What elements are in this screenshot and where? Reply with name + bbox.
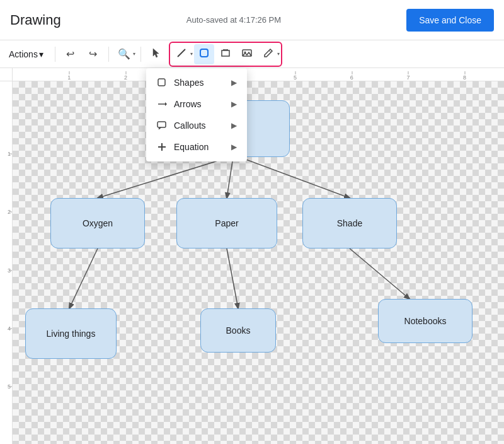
arrows-label: Arrows bbox=[174, 99, 202, 109]
select-tool-button[interactable] bbox=[146, 44, 166, 64]
toolbar-separator-3 bbox=[140, 47, 141, 62]
ruler-corner bbox=[0, 68, 13, 81]
drawing-canvas[interactable]: Oxygen Paper Shade Living things Books N… bbox=[13, 81, 504, 444]
shapes-submenu-arrow: ▶ bbox=[231, 78, 237, 87]
canvas-area: 1 2 3 4 5 bbox=[0, 81, 504, 444]
redo-button[interactable]: ↪ bbox=[83, 44, 103, 64]
arrows-icon bbox=[156, 98, 168, 110]
shapes-icon bbox=[156, 77, 168, 88]
ruler-tick-2: 2 bbox=[124, 75, 127, 81]
node-shade-label: Shade bbox=[337, 218, 362, 228]
shape-tool-group: ▾ bbox=[169, 42, 282, 67]
svg-line-16 bbox=[98, 157, 230, 198]
image-tool-button[interactable] bbox=[237, 44, 257, 64]
svg-line-21 bbox=[350, 248, 410, 299]
zoom-button[interactable]: 🔍 bbox=[114, 44, 134, 64]
dropdown-item-equation[interactable]: Equation ▶ bbox=[146, 136, 247, 158]
line-icon bbox=[176, 48, 186, 61]
zoom-chevron-icon: ▾ bbox=[133, 51, 135, 57]
svg-rect-3 bbox=[222, 50, 229, 56]
cursor-icon bbox=[151, 48, 161, 61]
node-shade[interactable]: Shade bbox=[302, 198, 397, 248]
header: Drawing Auto-saved at 4:17:26 PM Save an… bbox=[0, 0, 504, 40]
actions-label: Actions bbox=[9, 49, 38, 59]
ruler-tick-6: 6 bbox=[350, 75, 353, 81]
svg-marker-0 bbox=[153, 49, 159, 57]
svg-rect-10 bbox=[158, 79, 165, 86]
textbox-tool-button[interactable] bbox=[215, 44, 236, 64]
node-books[interactable]: Books bbox=[200, 308, 276, 353]
toolbar: Actions ▾ ↩ ↪ 🔍 ▾ bbox=[0, 40, 504, 68]
node-paper-label: Paper bbox=[215, 218, 238, 228]
callouts-submenu-arrow: ▶ bbox=[231, 121, 237, 130]
pen-tool-group[interactable]: ▾ bbox=[258, 44, 280, 64]
arrows-submenu-arrow: ▶ bbox=[231, 100, 237, 108]
ruler-tick-1: 1 bbox=[67, 75, 71, 81]
line-tool-group[interactable]: ▾ bbox=[171, 44, 193, 64]
shapes-label: Shapes bbox=[174, 78, 203, 88]
ruler-vtick-5: 5 bbox=[8, 383, 11, 389]
page-title: Drawing bbox=[10, 12, 61, 28]
undo-button[interactable]: ↩ bbox=[60, 44, 81, 64]
svg-line-20 bbox=[227, 248, 238, 308]
pen-tool-button[interactable] bbox=[258, 44, 278, 64]
node-living[interactable]: Living things bbox=[25, 308, 117, 359]
ruler-vtick-2: 2 bbox=[8, 209, 11, 215]
callouts-label: Callouts bbox=[174, 120, 206, 131]
zoom-icon: 🔍 bbox=[118, 48, 130, 60]
shape-tool-button[interactable] bbox=[194, 44, 214, 64]
ruler-tick-8: 8 bbox=[463, 75, 466, 81]
textbox-icon bbox=[220, 48, 231, 61]
ruler-vtick-4: 4 bbox=[8, 325, 11, 331]
image-icon bbox=[242, 48, 252, 61]
ruler-vtick-3: 3 bbox=[8, 267, 11, 273]
line-tool-button[interactable] bbox=[171, 44, 192, 64]
redo-icon: ↪ bbox=[89, 48, 97, 60]
actions-chevron-icon: ▾ bbox=[39, 49, 43, 59]
ruler-tick-7: 7 bbox=[406, 75, 410, 81]
pen-tool-chevron-icon: ▾ bbox=[277, 51, 280, 57]
actions-menu[interactable]: Actions ▾ bbox=[5, 47, 47, 62]
ruler-horizontal: 1 2 3 4 5 6 7 8 bbox=[13, 68, 504, 81]
svg-rect-2 bbox=[200, 49, 208, 57]
svg-line-17 bbox=[227, 157, 233, 198]
node-paper[interactable]: Paper bbox=[176, 198, 277, 248]
node-oxygen-label: Oxygen bbox=[83, 218, 113, 228]
node-books-label: Books bbox=[226, 325, 251, 336]
toolbar-separator-1 bbox=[55, 47, 55, 62]
svg-rect-13 bbox=[158, 122, 166, 127]
node-oxygen[interactable]: Oxygen bbox=[50, 198, 145, 248]
pen-icon bbox=[263, 48, 273, 61]
dropdown-item-arrows[interactable]: Arrows ▶ bbox=[146, 93, 247, 115]
line-tool-chevron-icon: ▾ bbox=[190, 51, 193, 57]
node-living-label: Living things bbox=[47, 329, 96, 339]
node-notebooks-label: Notebooks bbox=[404, 316, 447, 326]
equation-icon bbox=[156, 141, 168, 153]
svg-line-9 bbox=[269, 50, 271, 52]
toolbar-separator-2 bbox=[108, 47, 109, 62]
autosave-status: Auto-saved at 4:17:26 PM bbox=[186, 15, 281, 25]
svg-line-19 bbox=[69, 248, 98, 308]
zoom-control[interactable]: 🔍 ▾ bbox=[114, 44, 135, 64]
undo-icon: ↩ bbox=[66, 48, 74, 60]
equation-label: Equation bbox=[174, 142, 209, 152]
ruler-vertical: 1 2 3 4 5 bbox=[0, 81, 13, 444]
svg-marker-12 bbox=[165, 102, 167, 106]
ruler-container: 1 2 3 4 5 6 7 8 bbox=[0, 68, 504, 81]
dropdown-item-shapes[interactable]: Shapes ▶ bbox=[146, 72, 247, 93]
svg-line-18 bbox=[239, 157, 350, 198]
dropdown-item-callouts[interactable]: Callouts ▶ bbox=[146, 115, 247, 136]
shape-icon bbox=[199, 48, 209, 61]
shapes-dropdown: Shapes ▶ Arrows ▶ bbox=[146, 68, 247, 161]
ruler-tick-5: 5 bbox=[294, 75, 297, 81]
equation-submenu-arrow: ▶ bbox=[231, 143, 237, 151]
callouts-icon bbox=[156, 120, 168, 131]
svg-line-1 bbox=[178, 49, 185, 57]
save-close-button[interactable]: Save and Close bbox=[406, 9, 494, 32]
node-notebooks[interactable]: Notebooks bbox=[378, 299, 472, 343]
ruler-vtick-1: 1 bbox=[8, 151, 11, 157]
